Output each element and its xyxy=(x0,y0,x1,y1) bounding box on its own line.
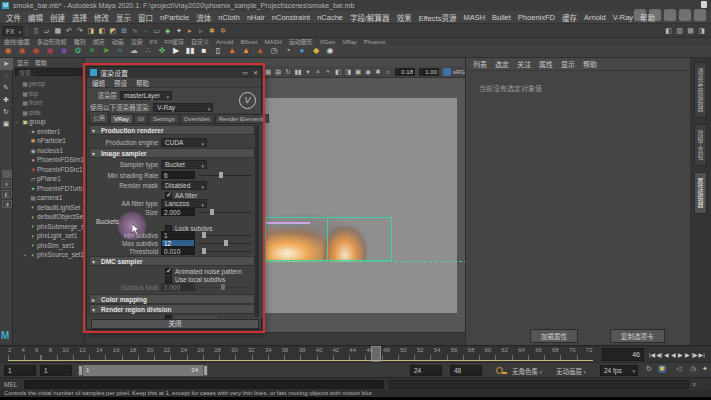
shelf-tab[interactable]: 运动图形 xyxy=(289,38,313,45)
shelf-tab[interactable]: 自定义 xyxy=(191,38,209,45)
dialog-tab[interactable]: 公用 xyxy=(89,111,109,123)
section-production-renderer[interactable]: Production renderer xyxy=(89,125,255,135)
min-shading-rate-field[interactable]: 6 xyxy=(161,171,195,179)
shelf-tab[interactable]: VRay xyxy=(342,39,357,45)
phoenix-liquid-sim-icon[interactable]: ◉ xyxy=(44,45,56,57)
outliner-item[interactable]: ◐ phxSim_set1 xyxy=(15,241,84,251)
render-settings-icon[interactable]: ✲ xyxy=(217,27,228,35)
lasso-tool-icon[interactable]: ◌ xyxy=(0,70,13,82)
menu-item[interactable]: 编辑 xyxy=(28,12,43,23)
range-start-handle[interactable] xyxy=(78,365,83,376)
attribute-editor-menu-item[interactable]: 帮助 xyxy=(583,59,597,69)
section-dmc-sampler[interactable]: DMC sampler xyxy=(89,256,255,266)
phoenix-leaf-icon[interactable]: ✤ xyxy=(156,45,168,57)
display-rgb-icon[interactable]: ◧ xyxy=(333,68,343,76)
menu-item[interactable]: nParticle xyxy=(160,13,189,22)
select-object-icon[interactable]: ◧ xyxy=(96,27,107,35)
current-frame-field[interactable]: 46 xyxy=(602,348,644,361)
render-settings-icon[interactable]: ✱ xyxy=(373,68,383,76)
auto-keyframe-icon[interactable]: ✱ xyxy=(658,365,666,373)
go-to-end-button[interactable]: ▶| xyxy=(699,351,705,358)
current-frame-marker[interactable] xyxy=(371,346,381,363)
modeling-toolkit-toggle-icon[interactable]: ◨ xyxy=(696,27,707,35)
section-image-sampler[interactable]: Image sampler xyxy=(89,148,255,158)
outliner-item[interactable]: ◐ defaultObjectSet xyxy=(15,212,84,222)
shelf-tab[interactable]: FX缓存 xyxy=(164,38,184,45)
shelf-tab[interactable]: 雕刻 xyxy=(74,38,86,45)
dialog-scrollbar[interactable] xyxy=(255,125,259,317)
menu-item[interactable]: 字段/解算器 xyxy=(350,12,390,23)
four-pane-layout-button[interactable]: ⊞ xyxy=(2,180,12,188)
menu-item[interactable]: PhoenixFD xyxy=(518,13,555,22)
move-tool-icon[interactable]: ✚ xyxy=(0,94,13,106)
renderer-dropdown[interactable]: V-Ray xyxy=(153,103,213,112)
shelf-tab[interactable]: 多边形建模 xyxy=(37,38,67,45)
outliner-item[interactable]: ✦ emitter1 xyxy=(15,127,84,137)
menu-item[interactable]: Arnold xyxy=(584,13,606,22)
new-scene-icon[interactable]: ▯ xyxy=(30,27,41,35)
undo-icon[interactable]: ↶ xyxy=(63,27,74,35)
display-alpha-icon[interactable]: ◨ xyxy=(343,68,353,76)
production-engine-dropdown[interactable]: CUDA xyxy=(161,138,207,147)
attribute-editor-menu-item[interactable]: 列表 xyxy=(473,59,487,69)
attribute-editor-button[interactable]: 加载属性 xyxy=(530,329,578,343)
menu-item[interactable]: 创建 xyxy=(50,12,65,23)
snap-grid-icon[interactable]: ⊞ xyxy=(118,27,129,35)
delete-cache-icon[interactable]: ▯ xyxy=(212,45,224,57)
dialog-tab[interactable]: Overrides xyxy=(180,114,214,123)
menu-item[interactable]: 修改 xyxy=(94,12,109,23)
dialog-tab[interactable]: VRay xyxy=(110,114,133,123)
sidebar-tab[interactable]: 属性编辑器 xyxy=(694,172,707,214)
subdivs-mult-slider[interactable] xyxy=(199,283,255,291)
exposure-field[interactable]: 0.18 xyxy=(395,68,415,76)
phoenix-fire-sim-icon[interactable]: ◉ xyxy=(2,45,14,57)
mute-audio-icon[interactable]: ◁ xyxy=(676,365,681,373)
go-to-start-button[interactable]: |◀ xyxy=(649,351,655,358)
snap-view-plane-icon[interactable]: ▭ xyxy=(151,27,162,35)
outliner-item[interactable]: ✱ nParticle1 xyxy=(15,136,84,146)
menu-item[interactable]: nCache xyxy=(317,13,343,22)
dialog-title-bar[interactable]: 渲染设置 ▭ ✕ xyxy=(87,67,261,78)
outliner-item[interactable]: ▦ side xyxy=(15,108,84,118)
make-live-icon[interactable]: ◈ xyxy=(162,27,173,35)
min-shading-rate-slider[interactable] xyxy=(199,171,255,179)
menu-item[interactable]: Bullet xyxy=(492,13,511,22)
liquid-drop-icon[interactable]: ● xyxy=(296,45,308,57)
outliner-search-input[interactable]: 搜索... xyxy=(15,68,82,76)
fire-preset-2-icon[interactable]: ▲ xyxy=(240,45,252,57)
colorspace-icon[interactable] xyxy=(443,68,451,76)
remove-image-icon[interactable]: × xyxy=(313,68,323,76)
menu-item[interactable]: 文件 xyxy=(6,12,21,23)
outliner-item[interactable]: ▦ front xyxy=(15,98,84,108)
dialog-menu-item[interactable]: 预设 xyxy=(114,78,127,88)
hotkey-prefs-icon[interactable]: ✦ xyxy=(702,365,708,373)
outliner-item[interactable]: ● PhoenixFDSim1 xyxy=(15,155,84,165)
sim-timer-icon[interactable]: ◷ xyxy=(268,45,280,57)
script-editor-icon[interactable]: ≡ xyxy=(692,381,696,388)
dialog-tab[interactable]: Settings xyxy=(149,114,179,123)
anim-layer-dropdown[interactable]: 无动画层 xyxy=(556,366,586,376)
shelf-tab[interactable]: 绑定 xyxy=(93,38,105,45)
outliner-item[interactable]: + ◐ phxSource_set1 xyxy=(15,250,84,260)
select-component-icon[interactable]: ◩ xyxy=(107,27,118,35)
menu-item[interactable]: nCloth xyxy=(218,13,240,22)
save-scene-icon[interactable]: ▦ xyxy=(52,27,63,35)
phoenix-cloud-icon[interactable]: ☁ xyxy=(128,45,140,57)
render-current-frame-icon[interactable]: ▹ xyxy=(195,27,206,35)
menu-item[interactable]: 流体 xyxy=(196,12,211,23)
subdivs-mult-field[interactable]: 1.000 xyxy=(161,283,195,291)
close-button[interactable]: 关闭 xyxy=(91,319,259,329)
menu-item[interactable]: 窗口 xyxy=(138,12,153,23)
ipr-render-icon[interactable]: ↻ xyxy=(283,68,293,76)
render-mask-dropdown[interactable]: Disabled xyxy=(161,181,207,190)
aa-filter-size-field[interactable]: 2.000 xyxy=(161,208,195,216)
dialog-menu-item[interactable]: 帮助 xyxy=(136,78,149,88)
shelf-tab[interactable]: Arnold xyxy=(216,39,233,45)
outliner-item[interactable]: − ▣ group xyxy=(15,117,84,127)
outliner-item[interactable]: ✦ PhoenixFDTurb1 xyxy=(15,184,84,194)
outliner-menu-item[interactable]: 显示 xyxy=(17,58,29,67)
section-color-mapping[interactable]: Color mapping xyxy=(89,294,255,304)
keep-image-icon[interactable]: + xyxy=(323,68,333,76)
paint-selection-tool-icon[interactable]: ✎ xyxy=(0,82,13,94)
shelf-tab[interactable]: 曲线/曲面 xyxy=(4,38,30,45)
